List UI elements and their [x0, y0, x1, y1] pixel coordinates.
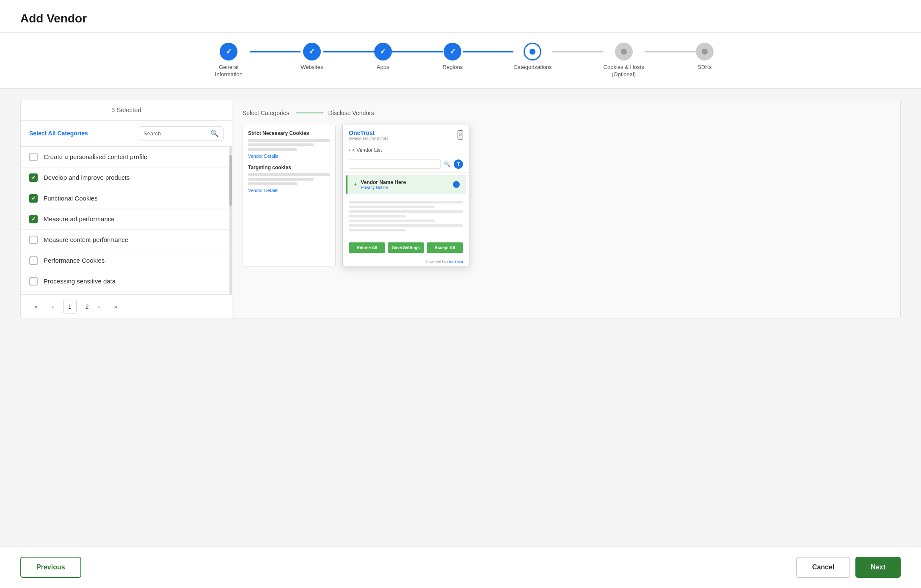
- category-item-3[interactable]: Measure ad performance: [21, 209, 232, 230]
- search-box: 🔍: [139, 126, 223, 140]
- step-categorizations[interactable]: Categorizations: [513, 43, 551, 71]
- step-apps[interactable]: ✓ Apps: [374, 43, 392, 71]
- category-label-1: Develop and improve products: [44, 174, 130, 181]
- cancel-button[interactable]: Cancel: [796, 557, 850, 578]
- vendor-plus-icon: +: [353, 181, 357, 188]
- step-circle-7: [696, 43, 714, 60]
- page-separator: -: [80, 303, 82, 310]
- modal-line: [349, 220, 435, 222]
- step-circle-6: [615, 43, 633, 60]
- flow-label-left: Select Categories: [243, 110, 290, 116]
- modal-search-input[interactable]: [349, 159, 441, 169]
- vendor-name: Vendor Name Here: [361, 179, 453, 185]
- category-list: Create a personalised content profile De…: [21, 147, 232, 294]
- step-sdks[interactable]: SDKs: [696, 43, 714, 71]
- vendor-details-link-1[interactable]: Vendor Details: [248, 154, 330, 159]
- step-label-2: Websites: [301, 64, 323, 71]
- modal-line: [349, 210, 463, 213]
- pagination: « ‹ 1 - 2 › »: [21, 294, 232, 319]
- checkbox-5[interactable]: [29, 256, 38, 265]
- left-panel: 3 Selected Select All Categories 🔍 Creat…: [21, 99, 232, 319]
- step-general-information[interactable]: ✓ General Information: [207, 43, 250, 78]
- checkbox-1[interactable]: [29, 173, 38, 182]
- main-content: 3 Selected Select All Categories 🔍 Creat…: [0, 89, 921, 546]
- selected-count: 3 Selected: [21, 99, 232, 121]
- select-all-button[interactable]: Select All Categories: [29, 130, 88, 137]
- bottom-nav: Previous Cancel Next: [0, 546, 921, 588]
- connector-1: [250, 51, 301, 52]
- step-circle-1: ✓: [220, 43, 237, 60]
- first-page-button[interactable]: «: [29, 300, 43, 313]
- last-page-button[interactable]: »: [109, 300, 122, 313]
- scroll-indicator: [229, 147, 232, 294]
- total-pages: 2: [85, 303, 89, 310]
- step-label-7: SDKs: [698, 64, 711, 71]
- category-item-5[interactable]: Performance Cookies: [21, 250, 232, 271]
- category-item-4[interactable]: Measure content performance: [21, 230, 232, 250]
- search-input[interactable]: [143, 130, 207, 137]
- connector-6: [645, 51, 696, 52]
- step-label-1: General Information: [207, 64, 250, 78]
- connector-5: [552, 51, 603, 52]
- prev-page-button[interactable]: ‹: [46, 300, 60, 313]
- onetrust-link[interactable]: OneTrust: [447, 260, 463, 264]
- step-circle-2: ✓: [303, 43, 321, 60]
- connector-2: [323, 51, 374, 52]
- page-title: Add Vendor: [20, 12, 901, 25]
- modal-content-area: [343, 197, 469, 238]
- connector-3: [392, 51, 443, 52]
- category-item-0[interactable]: Create a personalised content profile: [21, 147, 232, 168]
- connector-4: [463, 51, 513, 52]
- category-item-2[interactable]: Functional Cookies: [21, 188, 232, 209]
- checkbox-3[interactable]: [29, 215, 38, 223]
- checkbox-6[interactable]: [29, 277, 38, 286]
- step-cookies-hosts[interactable]: Cookies & Hosts (Optional): [603, 43, 645, 78]
- preview-left-card: Strict Necessary Cookies Vendor Details …: [243, 125, 336, 267]
- modal-search: 🔍 T: [343, 156, 469, 173]
- preview-section-title-2: Targeting cookies: [248, 165, 330, 170]
- modal-header: OneTrust privacy, security & trust ×: [343, 125, 469, 145]
- category-item-6[interactable]: Processing sensitive data: [21, 271, 232, 292]
- previous-button[interactable]: Previous: [20, 557, 81, 578]
- checkbox-2[interactable]: [29, 194, 38, 203]
- preview-line: [248, 143, 314, 146]
- current-page-button[interactable]: 1: [63, 300, 77, 313]
- back-chevron-icon: ‹: [349, 147, 350, 153]
- step-websites[interactable]: ✓ Websites: [301, 43, 323, 71]
- next-page-button[interactable]: ›: [92, 300, 105, 313]
- step-regions[interactable]: ✓ Regions: [443, 43, 463, 71]
- modal-line: [349, 215, 406, 217]
- modal-search-icon: 🔍: [444, 161, 450, 167]
- refuse-all-button[interactable]: Refuse All: [349, 242, 385, 253]
- right-panel: Select Categories Disclose Vendors Stric…: [232, 99, 900, 319]
- checkbox-4[interactable]: [29, 236, 38, 244]
- search-icon: 🔍: [210, 129, 219, 137]
- preview-line: [248, 182, 297, 185]
- flow-arrow: [296, 113, 322, 113]
- modal-line: [349, 206, 435, 208]
- vendor-details-link-2[interactable]: Vendor Details: [248, 188, 330, 193]
- modal-avatar: T: [454, 159, 463, 169]
- step-circle-5: [524, 43, 541, 60]
- modal-back-nav[interactable]: ‹ < Vendor List: [343, 145, 469, 156]
- vendor-toggle[interactable]: [453, 181, 460, 188]
- modal-preview: OneTrust privacy, security & trust × ‹ <…: [342, 125, 469, 267]
- step-label-5: Categorizations: [513, 64, 551, 71]
- modal-close-button[interactable]: ×: [458, 130, 463, 140]
- flow-label-right: Disclose Vendors: [328, 110, 374, 116]
- modal-line: [349, 201, 463, 203]
- accept-all-button[interactable]: Accept All: [427, 242, 463, 253]
- modal-footer: Refuse All Save Settings Accept All: [343, 238, 469, 257]
- scroll-thumb[interactable]: [229, 155, 232, 206]
- checkbox-0[interactable]: [29, 153, 38, 161]
- preview-line: [248, 178, 314, 181]
- page-wrapper: Add Vendor ✓ General Information ✓ Websi…: [0, 0, 921, 588]
- modal-powered-by: Powered by OneTrust: [343, 257, 469, 267]
- step-label-4: Regions: [443, 64, 463, 71]
- next-button[interactable]: Next: [855, 557, 901, 578]
- content-card: 3 Selected Select All Categories 🔍 Creat…: [20, 99, 901, 319]
- modal-line: [349, 229, 406, 231]
- vendor-privacy-notice-link[interactable]: Privacy Notice: [361, 185, 453, 190]
- category-item-1[interactable]: Develop and improve products: [21, 168, 232, 188]
- save-settings-button[interactable]: Save Settings: [388, 242, 424, 253]
